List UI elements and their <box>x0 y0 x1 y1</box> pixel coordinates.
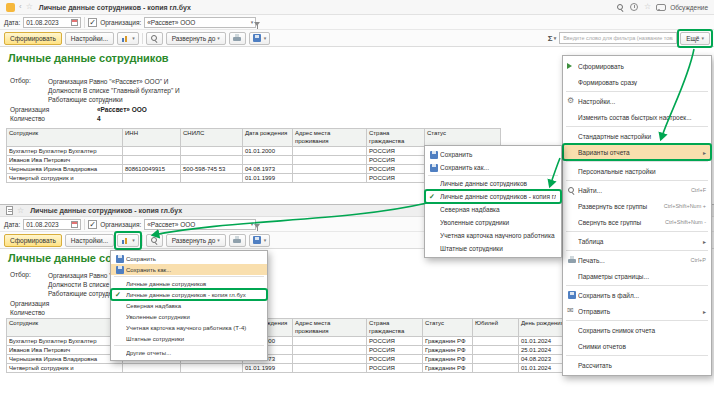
table-cell[interactable] <box>123 364 181 373</box>
table-cell[interactable]: Гражданин РФ <box>423 337 473 346</box>
table-cell[interactable] <box>123 147 181 156</box>
app-logo-icon[interactable] <box>6 3 15 12</box>
discussion-icon[interactable] <box>656 3 665 12</box>
table-cell[interactable] <box>293 147 367 156</box>
table-cell[interactable]: 01.01.1999 <box>243 364 293 373</box>
table-cell[interactable]: РОССИЯ <box>367 165 425 174</box>
org-checkbox[interactable]: ✓ <box>88 18 97 27</box>
table-cell[interactable]: Четвертый сотрудник и <box>7 364 123 373</box>
table-cell[interactable]: 01.01.1999 <box>243 174 293 183</box>
org-select[interactable]: «Рассвет» ООО ▾ <box>144 219 256 230</box>
table-cell[interactable] <box>473 364 519 373</box>
table-cell[interactable] <box>473 346 519 355</box>
table-cell[interactable] <box>181 147 243 156</box>
table-cell[interactable]: Иванов Ива Петрович <box>7 156 123 165</box>
calendar-icon[interactable] <box>71 221 78 228</box>
submenu-item-variant-personal-data[interactable]: Личные данные сотрудников <box>425 177 561 190</box>
table-cell[interactable] <box>473 355 519 364</box>
generate-button[interactable]: Сформировать <box>4 234 62 247</box>
table-cell[interactable]: Гражданин РФ <box>423 346 473 355</box>
menu-item-variant-t4-card[interactable]: Учетная карточка научного работника (Т-4… <box>111 322 267 333</box>
table-cell[interactable]: 04.08.1973 <box>243 165 293 174</box>
table-cell[interactable]: РОССИЯ <box>367 174 425 183</box>
global-search-icon[interactable] <box>616 3 625 12</box>
table-cell[interactable]: Иванов Ива Петрович <box>7 346 123 355</box>
table-cell[interactable]: Чернышева Ирина Владировна <box>7 165 123 174</box>
search-button[interactable] <box>146 32 163 45</box>
menu-item-generate-immediately[interactable]: Формировать сразу <box>563 74 711 90</box>
filter-funnel-icon[interactable] <box>253 223 262 232</box>
menu-item-expand-all-groups[interactable]: Развернуть все группыCtrl+Shift+Num + <box>563 198 711 214</box>
filter-funnel-icon[interactable] <box>253 21 262 30</box>
submenu-item-save-as[interactable]: Сохранить как... <box>425 161 561 174</box>
table-cell[interactable]: Бухгалтер Бухгалтер Бухгалтер <box>7 337 123 346</box>
menu-item-calculate[interactable]: Рассчитать <box>563 357 711 373</box>
menu-item-save[interactable]: Сохранить <box>111 253 267 264</box>
menu-item-save-as[interactable]: Сохранить как... <box>111 264 267 275</box>
org-checkbox[interactable]: ✓ <box>88 220 97 229</box>
menu-item-variant-personal-data[interactable]: Личные данные сотрудников <box>111 278 267 289</box>
table-cell[interactable]: 01.01.2000 <box>243 147 293 156</box>
favorite-star-icon[interactable]: ☆ <box>26 3 33 11</box>
menu-item-variant-dismissed[interactable]: Уволенные сотрудники <box>111 311 267 322</box>
quick-filter-input[interactable] <box>559 32 677 44</box>
table-cell[interactable]: Четвертый сотрудник и <box>7 174 123 183</box>
report-variants-button[interactable]: ▾ <box>117 32 139 45</box>
menu-item-table[interactable]: Таблица▸ <box>563 233 711 249</box>
menu-item-personal-settings[interactable]: Персональные настройки <box>563 163 711 179</box>
table-cell[interactable] <box>243 156 293 165</box>
menu-item-other-reports[interactable]: Другие отчеты... <box>111 347 267 358</box>
menu-item-settings[interactable]: ⚙Настройки... <box>563 93 711 109</box>
save-export-button[interactable]: ▾ <box>249 32 271 45</box>
more-button[interactable]: Ещё ▾ <box>680 32 710 45</box>
date-input[interactable]: 01.08.2023 <box>23 219 81 230</box>
menu-item-report-snapshots[interactable]: Снимки отчетов <box>563 338 711 354</box>
table-cell[interactable]: РОССИЯ <box>367 346 423 355</box>
date-input[interactable]: 01.08.2023 <box>23 17 81 28</box>
submenu-item-variant-personal-data-copy[interactable]: ✓Личные данные сотрудников - копия гл.бу… <box>425 190 561 203</box>
menu-item-standard-settings[interactable]: Стандартные настройки <box>563 128 711 144</box>
menu-item-page-setup[interactable]: Параметры страницы... <box>563 268 711 284</box>
favorite-star-icon[interactable]: ☆ <box>17 207 24 215</box>
table-cell[interactable]: 500-598-745 53 <box>181 165 243 174</box>
history-icon[interactable] <box>630 3 639 12</box>
table-cell[interactable]: Чернышева Ирина Владировна <box>7 355 123 364</box>
sum-button[interactable]: Σ▾ <box>548 34 556 43</box>
table-cell[interactable] <box>293 364 367 373</box>
submenu-item-variant-staff[interactable]: Штатные сотрудники <box>425 242 561 255</box>
menu-item-report-variants[interactable]: Варианты отчета▸ <box>563 144 711 160</box>
table-cell[interactable]: РОССИЯ <box>367 355 423 364</box>
report-variants-button[interactable]: ▾ <box>117 234 139 247</box>
generate-button[interactable]: Сформировать <box>4 32 62 45</box>
menu-item-edit-quick-settings[interactable]: Изменить состав быстрых настроек... <box>563 109 711 125</box>
table-cell[interactable] <box>293 346 367 355</box>
table-cell[interactable] <box>293 337 367 346</box>
menu-item-variant-personal-data-copy[interactable]: ✓Личные данные сотрудников - копия гл.бу… <box>111 289 267 300</box>
table-cell[interactable] <box>293 156 367 165</box>
menu-item-save-report-snapshot[interactable]: Сохранить снимок отчета <box>563 322 711 338</box>
print-button[interactable] <box>229 234 246 247</box>
menu-item-collapse-all-groups[interactable]: Свернуть все группыCtrl+Shift+Num - <box>563 214 711 230</box>
menu-item-variant-northern-bonus[interactable]: Северная надбавка <box>111 300 267 311</box>
settings-button[interactable]: Настройки... <box>65 32 114 45</box>
table-cell[interactable] <box>473 337 519 346</box>
menu-item-print[interactable]: Печать...Ctrl+P <box>563 252 711 268</box>
table-cell[interactable]: РОССИЯ <box>367 337 423 346</box>
submenu-item-variant-t4-card[interactable]: Учетная карточка научного работника (Т-4… <box>425 229 561 242</box>
table-cell[interactable] <box>293 174 367 183</box>
menu-item-save-to-file[interactable]: Сохранить в файл... <box>563 287 711 303</box>
submenu-item-variant-northern-bonus[interactable]: Северная надбавка <box>425 203 561 216</box>
discussion-label[interactable]: Обсуждение <box>670 4 708 11</box>
table-cell[interactable] <box>123 156 181 165</box>
menu-item-find[interactable]: Найти...Ctrl+F <box>563 182 711 198</box>
table-cell[interactable]: Гражданин РФ <box>423 355 473 364</box>
table-cell[interactable]: 808610049915 <box>123 165 181 174</box>
table-cell[interactable] <box>293 165 367 174</box>
search-button[interactable] <box>146 234 163 247</box>
print-button[interactable] <box>229 32 246 45</box>
table-cell[interactable]: РОССИЯ <box>367 364 423 373</box>
expand-to-button[interactable]: Развернуть до ▾ <box>166 32 226 45</box>
table-cell[interactable] <box>293 355 367 364</box>
menu-item-variant-staff[interactable]: Штатные сотрудники <box>111 333 267 344</box>
table-cell[interactable]: РОССИЯ <box>367 156 425 165</box>
